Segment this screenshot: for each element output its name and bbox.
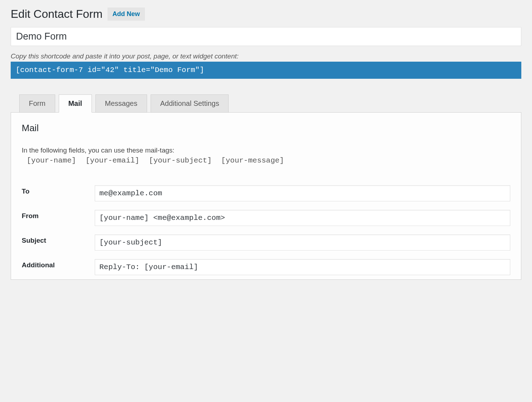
field-row-from: From (22, 206, 510, 230)
from-input[interactable] (95, 210, 510, 226)
field-label-from: From (22, 206, 95, 230)
page-title: Edit Contact Form (11, 7, 103, 21)
tab-form[interactable]: Form (19, 94, 55, 112)
mail-tags-list: [your-name] [your-email] [your-subject] … (27, 156, 510, 165)
tab-mail[interactable]: Mail (59, 94, 92, 113)
page-header: Edit Contact Form Add New (11, 7, 521, 21)
additional-input[interactable] (95, 259, 510, 275)
tabs: Form Mail Messages Additional Settings (19, 94, 521, 112)
tab-messages[interactable]: Messages (95, 94, 147, 112)
add-new-button[interactable]: Add New (108, 7, 145, 21)
subject-input[interactable] (95, 234, 510, 251)
form-title-input[interactable] (11, 27, 521, 46)
to-input[interactable] (95, 185, 510, 201)
field-label-subject: Subject (22, 230, 95, 255)
shortcode-box[interactable]: [contact-form-7 id="42" title="Demo Form… (11, 62, 521, 78)
field-label-additional: Additional (22, 255, 95, 279)
mail-tags-intro: In the following fields, you can use the… (22, 146, 510, 154)
shortcode-label: Copy this shortcode and paste it into yo… (11, 52, 521, 60)
field-row-subject: Subject (22, 230, 510, 255)
field-row-to: To (22, 181, 510, 206)
field-row-additional: Additional (22, 255, 510, 279)
tab-additional-settings[interactable]: Additional Settings (151, 94, 229, 112)
mail-panel: Mail In the following fields, you can us… (11, 112, 521, 280)
field-label-to: To (22, 181, 95, 206)
mail-panel-title: Mail (22, 123, 510, 134)
